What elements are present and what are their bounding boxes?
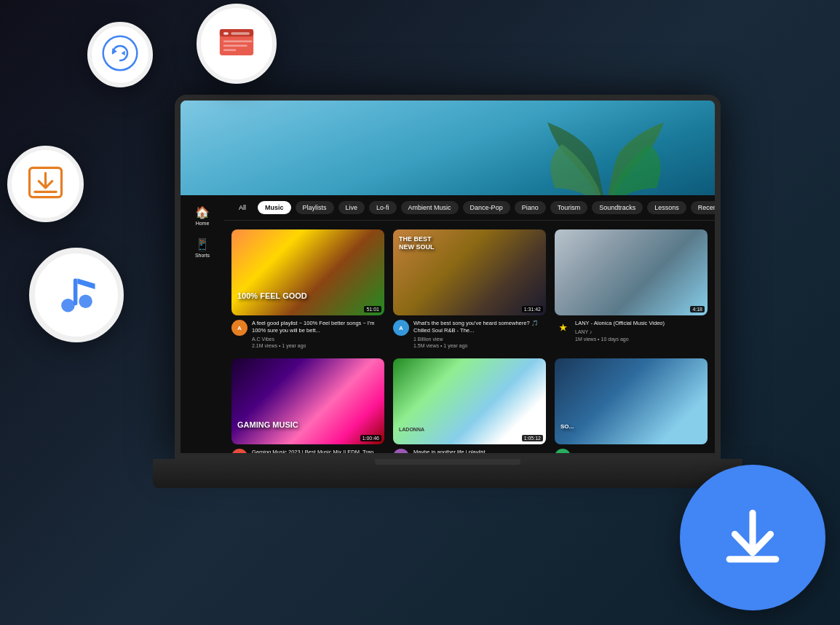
video-meta-4: Gaming Music 2023 | Best Music Mix || ED…	[252, 449, 384, 453]
video-duration-5: 1:05:12	[522, 435, 543, 441]
avatar-2: A	[393, 320, 409, 336]
svg-rect-6	[231, 32, 250, 34]
download-box-icon	[25, 162, 66, 205]
category-tabs: All Music Playlists Live Lo-fi Ambient M…	[224, 195, 715, 221]
video-meta-3: LANY - Alonica (Official Music Video) LA…	[575, 320, 708, 342]
svg-rect-9	[223, 49, 236, 51]
video-card-4[interactable]: GAMING MUSIC 1:00:46 G Gaming Music 2023…	[231, 358, 384, 453]
video-grid: 100% FEEL GOOD 51:01 A A feel good playl…	[224, 221, 715, 453]
video-overlay-1: 100% FEEL GOOD	[237, 291, 379, 301]
avatar-6: S	[555, 449, 571, 453]
video-thumb-4: GAMING MUSIC 1:00:46	[231, 358, 384, 444]
replay-circle[interactable]	[87, 22, 153, 87]
tab-soundtracks[interactable]: Soundtracks	[592, 201, 643, 214]
video-card-1[interactable]: 100% FEEL GOOD 51:01 A A feel good playl…	[231, 229, 384, 350]
main-content: All Music Playlists Live Lo-fi Ambient M…	[224, 195, 715, 453]
video-thumb-6: So...	[555, 358, 708, 444]
video-title-5: Maybe in another life | playlist	[413, 449, 546, 453]
home-icon: 🏠	[195, 205, 210, 219]
video-overlay-5: Ladonna	[399, 427, 540, 433]
video-thumb-3: 4:18	[555, 229, 708, 315]
video-channel-3: LANY ♪1M views • 10 days ago	[575, 329, 708, 343]
tab-music[interactable]: Music	[258, 201, 291, 214]
avatar-1: A	[231, 320, 247, 336]
video-channel-1: A.C Vibes2.1M views • 1 year ago	[252, 336, 384, 350]
svg-rect-8	[223, 44, 247, 47]
replay-icon	[102, 35, 138, 74]
tab-lofi[interactable]: Lo-fi	[369, 201, 397, 214]
music-icon	[53, 270, 100, 321]
tab-dancepop[interactable]: Dance-Pop	[463, 201, 510, 214]
video-duration-3: 4:18	[690, 306, 705, 312]
video-meta-5: Maybe in another life | playlist Ladonna	[413, 449, 546, 453]
video-info-6: S	[555, 449, 708, 453]
avatar-3: ★	[555, 320, 571, 336]
svg-rect-15	[73, 278, 77, 305]
tab-live[interactable]: Live	[338, 201, 365, 214]
laptop-base	[153, 459, 742, 488]
video-meta-1: A feel good playlist ~ 100% Feel better …	[252, 320, 384, 350]
video-overlay-6: So...	[560, 423, 702, 431]
video-overlay-4: GAMING MUSIC	[237, 420, 379, 430]
video-channel-2: 1 Billion view1.5M views • 1 year ago	[413, 336, 546, 350]
video-duration-2: 1:31:42	[522, 306, 543, 312]
video-duration-4: 1:00:46	[360, 435, 381, 441]
video-meta-6	[575, 449, 708, 450]
video-info-5: L Maybe in another life | playlist Ladon…	[393, 449, 546, 453]
video-title-2: What's the best song you've heard somewh…	[413, 320, 546, 334]
home-label: Home	[196, 221, 210, 226]
svg-marker-2	[122, 51, 125, 56]
avatar-5: L	[393, 449, 409, 453]
video-card-2[interactable]: THE BESTNEW SOUL 1:31:42 A What's the be…	[393, 229, 546, 350]
sidebar-item-shorts[interactable]: 📱 Shorts	[184, 235, 221, 261]
video-info-4: G Gaming Music 2023 | Best Music Mix || …	[231, 449, 384, 453]
hero-area	[181, 101, 715, 195]
video-card-5[interactable]: Ladonna 1:05:12 L Maybe in another life …	[393, 358, 546, 453]
browser-icon	[215, 20, 258, 67]
shorts-icon: 📱	[195, 237, 210, 251]
video-thumb-1: 100% FEEL GOOD 51:01	[231, 229, 384, 315]
video-title-3: LANY - Alonica (Official Music Video)	[575, 320, 708, 327]
video-thumb-2: THE BESTNEW SOUL 1:31:42	[393, 229, 546, 315]
video-title-1: A feel good playlist ~ 100% Feel better …	[252, 320, 384, 334]
video-info-2: A What's the best song you've heard some…	[393, 320, 546, 350]
svg-point-13	[61, 299, 75, 312]
big-download-icon	[716, 500, 789, 575]
tab-playlists[interactable]: Playlists	[296, 201, 334, 214]
download-box-circle[interactable]	[7, 146, 84, 222]
avatar-4: G	[231, 449, 247, 453]
browser-circle[interactable]	[197, 4, 277, 84]
svg-rect-7	[223, 40, 252, 42]
svg-point-0	[103, 36, 138, 71]
youtube-screen: 🏠 Home 📱 Shorts All Music Playlists Live…	[181, 101, 715, 453]
svg-point-14	[79, 294, 92, 308]
tab-piano[interactable]: Piano	[515, 201, 546, 214]
video-overlay-2: THE BESTNEW SOUL	[399, 235, 540, 251]
tab-recent[interactable]: Recently uploaded	[691, 201, 715, 214]
tab-lessons[interactable]: Lessons	[647, 201, 686, 214]
shorts-label: Shorts	[195, 253, 210, 258]
video-thumb-5: Ladonna 1:05:12	[393, 358, 546, 444]
video-info-1: A A feel good playlist ~ 100% Feel bette…	[231, 320, 384, 350]
laptop-base-notch	[375, 459, 520, 465]
sidebar-item-home[interactable]: 🏠 Home	[184, 203, 221, 229]
tab-all[interactable]: All	[231, 201, 253, 214]
video-info-3: ★ LANY - Alonica (Official Music Video) …	[555, 320, 708, 342]
video-title-4: Gaming Music 2023 | Best Music Mix || ED…	[252, 449, 384, 453]
video-meta-2: What's the best song you've heard somewh…	[413, 320, 546, 350]
big-download-circle[interactable]	[680, 465, 825, 610]
tab-ambient[interactable]: Ambient Music	[401, 201, 459, 214]
music-circle[interactable]	[29, 248, 124, 342]
svg-rect-5	[223, 32, 229, 34]
video-card-3[interactable]: 4:18 ★ LANY - Alonica (Official Music Vi…	[555, 229, 708, 350]
sidebar: 🏠 Home 📱 Shorts	[181, 195, 224, 453]
video-duration-1: 51:01	[364, 306, 381, 312]
tab-tourism[interactable]: Tourism	[550, 201, 588, 214]
laptop: 🏠 Home 📱 Shorts All Music Playlists Live…	[153, 95, 742, 488]
laptop-screen: 🏠 Home 📱 Shorts All Music Playlists Live…	[175, 95, 721, 459]
video-card-6[interactable]: So... S	[555, 358, 708, 453]
